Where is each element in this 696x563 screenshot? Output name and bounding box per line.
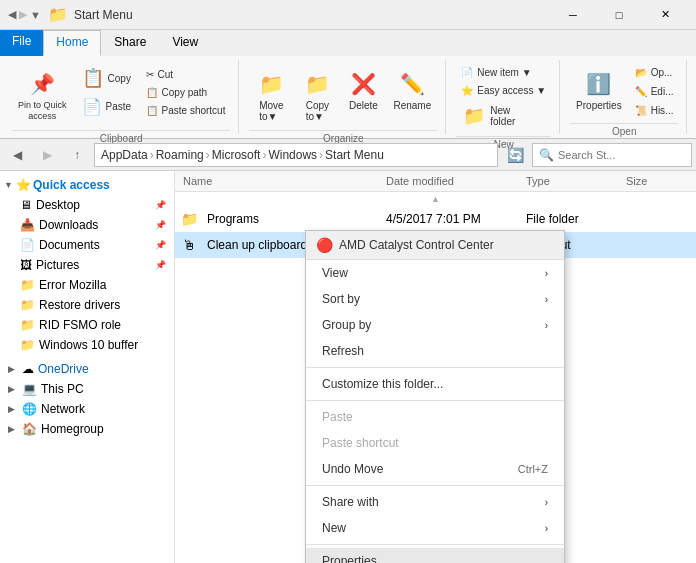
organize-items: 📁 Moveto▼ 📁 Copyto▼ ❌ Delete ✏️ Rename — [249, 60, 437, 130]
error-mozilla-label: Error Mozilla — [39, 278, 106, 292]
context-item-undo-move[interactable]: Undo Move Ctrl+Z — [306, 456, 564, 482]
sidebar-item-rid-fsmo[interactable]: 📁 RID FSMO role — [0, 315, 174, 335]
ribbon-group-organize: 📁 Moveto▼ 📁 Copyto▼ ❌ Delete ✏️ Rename O… — [241, 60, 446, 134]
context-sort-arrow: › — [545, 294, 548, 305]
properties-icon: ℹ️ — [583, 68, 615, 100]
context-item-share-with[interactable]: Share with › — [306, 489, 564, 515]
col-header-type[interactable]: Type — [522, 173, 622, 189]
sidebar-item-pictures[interactable]: 🖼 Pictures 📌 — [0, 255, 174, 275]
sidebar-item-downloads[interactable]: 📥 Downloads 📌 — [0, 215, 174, 235]
context-undo-label: Undo Move — [322, 462, 383, 476]
error-mozilla-icon: 📁 — [20, 278, 35, 292]
network-icon: 🌐 — [22, 402, 37, 416]
sidebar-item-network[interactable]: ▶ 🌐 Network — [0, 399, 174, 419]
properties-ribbon-button[interactable]: ℹ️ Properties — [570, 64, 628, 115]
copy-path-button[interactable]: 📋 Copy path — [141, 84, 231, 101]
context-item-refresh[interactable]: Refresh — [306, 338, 564, 364]
pin-quick-access-button[interactable]: 📌 Pin to Quickaccess — [12, 64, 73, 126]
sidebar-item-error-mozilla[interactable]: 📁 Error Mozilla — [0, 275, 174, 295]
new-item-icon: 📄 — [461, 67, 473, 78]
delete-button[interactable]: ❌ Delete — [341, 64, 385, 115]
context-item-properties[interactable]: Properties — [306, 548, 564, 563]
rid-fsmo-icon: 📁 — [20, 318, 35, 332]
history-button[interactable]: 📜 His... — [630, 102, 679, 119]
sidebar-item-quick-access[interactable]: ▼ ⭐ Quick access — [0, 175, 174, 195]
desktop-icon: 🖥 — [20, 198, 32, 212]
forward-button[interactable]: ▶ — [34, 142, 60, 168]
delete-icon: ❌ — [347, 68, 379, 100]
close-button[interactable]: ✕ — [642, 0, 688, 30]
history-icon: 📜 — [635, 105, 647, 116]
search-box[interactable]: 🔍 — [532, 143, 692, 167]
paste-button[interactable]: 📄 Paste — [77, 94, 137, 119]
context-item-paste-shortcut[interactable]: Paste shortcut — [306, 430, 564, 456]
sidebar-item-this-pc[interactable]: ▶ 💻 This PC — [0, 379, 174, 399]
ribbon-content: 📌 Pin to Quickaccess 📋 Copy 📄 Paste — [0, 56, 696, 138]
back-button[interactable]: ◀ — [4, 142, 30, 168]
sidebar-item-onedrive[interactable]: ▶ ☁ OneDrive — [0, 359, 174, 379]
context-item-paste[interactable]: Paste — [306, 404, 564, 430]
move-to-button[interactable]: 📁 Moveto▼ — [249, 64, 293, 126]
desktop-label: Desktop — [36, 198, 80, 212]
paste-shortcut-button[interactable]: 📋 Paste shortcut — [141, 102, 231, 119]
documents-icon: 📄 — [20, 238, 35, 252]
title-bar: ◀ ▶ ▼ 📁 Start Menu ─ □ ✕ — [0, 0, 696, 30]
sidebar-item-homegroup[interactable]: ▶ 🏠 Homegroup — [0, 419, 174, 439]
new-item-button[interactable]: 📄 New item ▼ — [456, 64, 536, 81]
tab-file[interactable]: File — [0, 30, 43, 56]
path-windows[interactable]: Windows — [268, 148, 317, 162]
tab-share[interactable]: Share — [101, 30, 159, 56]
sidebar-item-documents[interactable]: 📄 Documents 📌 — [0, 235, 174, 255]
context-item-group-by[interactable]: Group by › — [306, 312, 564, 338]
dropdown-icon[interactable]: ▼ — [30, 9, 41, 21]
col-header-date[interactable]: Date modified — [382, 173, 522, 189]
paste-icon: 📄 — [82, 97, 102, 116]
search-input[interactable] — [558, 149, 685, 161]
refresh-button[interactable]: 🔄 — [502, 142, 528, 168]
back-icon[interactable]: ◀ — [8, 8, 16, 21]
copy-to-button[interactable]: 📁 Copyto▼ — [295, 64, 339, 126]
rename-button[interactable]: ✏️ Rename — [387, 64, 437, 115]
context-item-view[interactable]: View › — [306, 260, 564, 286]
path-roaming[interactable]: Roaming — [156, 148, 204, 162]
easy-access-button[interactable]: ⭐ Easy access ▼ — [456, 82, 551, 99]
downloads-label: Downloads — [39, 218, 98, 232]
desktop-pin: 📌 — [155, 200, 166, 210]
open-button[interactable]: 📂 Op... — [630, 64, 679, 81]
ribbon: File Home Share View 📌 Pin to Quickacces… — [0, 30, 696, 139]
edit-button[interactable]: ✏️ Edi... — [630, 83, 679, 100]
col-header-size[interactable]: Size — [622, 173, 692, 189]
expand-arrow-homegroup: ▶ — [8, 424, 18, 434]
cut-button[interactable]: ✂ Cut — [141, 66, 231, 83]
path-microsoft[interactable]: Microsoft — [212, 148, 261, 162]
tab-view[interactable]: View — [159, 30, 211, 56]
new-folder-button[interactable]: 📁 Newfolder — [456, 100, 521, 132]
sidebar-item-restore-drivers[interactable]: 📁 Restore drivers — [0, 295, 174, 315]
copy-button[interactable]: 📋 Copy — [77, 64, 137, 92]
open-icon: 📂 — [635, 67, 647, 78]
tab-home[interactable]: Home — [43, 30, 101, 56]
documents-pin: 📌 — [155, 240, 166, 250]
context-item-customize[interactable]: Customize this folder... — [306, 371, 564, 397]
title-bar-icons: ◀ ▶ ▼ 📁 — [8, 5, 68, 24]
ribbon-group-clipboard: 📌 Pin to Quickaccess 📋 Copy 📄 Paste — [4, 60, 239, 134]
cleanup-file-icon: 🖱 — [179, 235, 199, 255]
forward-icon[interactable]: ▶ — [19, 8, 27, 21]
ribbon-group-new: 📄 New item ▼ ⭐ Easy access ▼ 📁 Newfolder… — [448, 60, 560, 134]
homegroup-label: Homegroup — [41, 422, 104, 436]
sidebar-item-desktop[interactable]: 🖥 Desktop 📌 — [0, 195, 174, 215]
context-header-label: AMD Catalyst Control Center — [339, 238, 494, 252]
path-appdata[interactable]: AppData — [101, 148, 148, 162]
minimize-button[interactable]: ─ — [550, 0, 596, 30]
context-item-sort-by[interactable]: Sort by › — [306, 286, 564, 312]
col-header-name[interactable]: Name — [179, 173, 382, 189]
context-item-new[interactable]: New › — [306, 515, 564, 541]
up-button[interactable]: ↑ — [64, 142, 90, 168]
programs-folder-icon: 📁 — [179, 209, 199, 229]
maximize-button[interactable]: □ — [596, 0, 642, 30]
restore-drivers-icon: 📁 — [20, 298, 35, 312]
file-item-programs[interactable]: 📁 Programs 4/5/2017 7:01 PM File folder — [175, 206, 696, 232]
sidebar-item-windows-10[interactable]: 📁 Windows 10 buffer — [0, 335, 174, 355]
address-path[interactable]: AppData › Roaming › Microsoft › Windows … — [94, 143, 498, 167]
path-start-menu[interactable]: Start Menu — [325, 148, 384, 162]
